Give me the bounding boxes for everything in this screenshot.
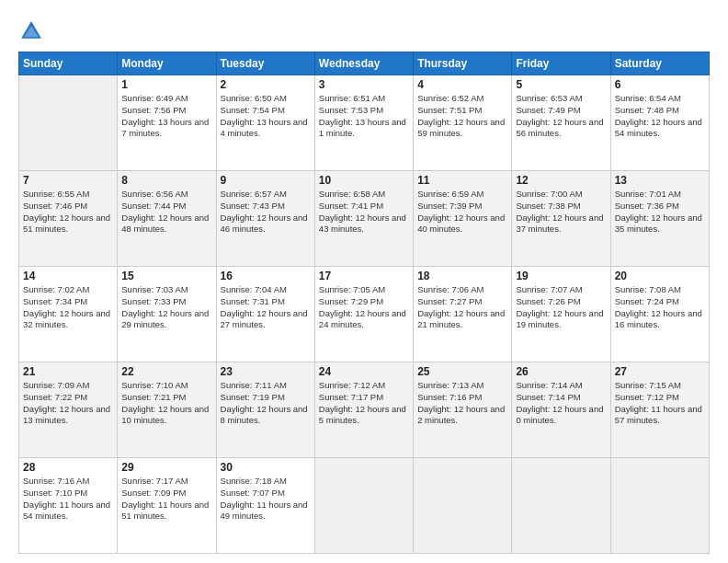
day-number: 10 — [319, 174, 409, 187]
day-info: Sunrise: 6:49 AMSunset: 7:56 PMDaylight:… — [121, 93, 211, 140]
day-number: 16 — [221, 270, 311, 282]
day-number: 5 — [516, 78, 606, 91]
day-number: 6 — [615, 78, 705, 91]
calendar-cell — [512, 458, 610, 554]
calendar-cell — [610, 458, 709, 554]
calendar-cell: 9Sunrise: 6:57 AMSunset: 7:43 PMDaylight… — [216, 171, 314, 267]
calendar-cell: 11Sunrise: 6:59 AMSunset: 7:39 PMDayligh… — [414, 171, 512, 267]
day-number: 8 — [121, 174, 211, 187]
calendar-cell — [19, 75, 118, 171]
day-info: Sunrise: 7:08 AMSunset: 7:24 PMDaylight:… — [615, 284, 705, 331]
calendar-cell: 13Sunrise: 7:01 AMSunset: 7:36 PMDayligh… — [610, 171, 709, 267]
day-number: 30 — [221, 461, 311, 474]
day-number: 27 — [615, 365, 705, 378]
logo — [18, 17, 46, 44]
day-number: 4 — [417, 78, 507, 91]
calendar-cell: 20Sunrise: 7:08 AMSunset: 7:24 PMDayligh… — [610, 267, 709, 362]
day-number: 7 — [23, 174, 113, 187]
calendar-cell: 18Sunrise: 7:06 AMSunset: 7:27 PMDayligh… — [414, 267, 512, 362]
calendar-cell: 29Sunrise: 7:17 AMSunset: 7:09 PMDayligh… — [118, 458, 216, 554]
calendar-cell: 10Sunrise: 6:58 AMSunset: 7:41 PMDayligh… — [314, 171, 413, 267]
calendar-cell: 3Sunrise: 6:51 AMSunset: 7:53 PMDaylight… — [314, 75, 413, 171]
day-info: Sunrise: 7:10 AMSunset: 7:21 PMDaylight:… — [121, 380, 211, 427]
day-info: Sunrise: 6:56 AMSunset: 7:44 PMDaylight:… — [121, 189, 211, 236]
day-info: Sunrise: 7:04 AMSunset: 7:31 PMDaylight:… — [221, 284, 311, 331]
day-number: 18 — [417, 270, 507, 282]
logo-icon — [18, 18, 44, 44]
day-info: Sunrise: 7:18 AMSunset: 7:07 PMDaylight:… — [221, 476, 311, 523]
day-info: Sunrise: 7:15 AMSunset: 7:12 PMDaylight:… — [615, 380, 705, 427]
calendar-week-row: 21Sunrise: 7:09 AMSunset: 7:22 PMDayligh… — [19, 362, 710, 458]
calendar-cell: 4Sunrise: 6:52 AMSunset: 7:51 PMDaylight… — [414, 75, 512, 171]
day-info: Sunrise: 6:53 AMSunset: 7:49 PMDaylight:… — [516, 93, 606, 140]
day-number: 12 — [516, 174, 606, 187]
day-number: 13 — [615, 174, 705, 187]
day-number: 15 — [121, 270, 211, 282]
day-info: Sunrise: 7:16 AMSunset: 7:10 PMDaylight:… — [23, 476, 113, 523]
day-info: Sunrise: 7:01 AMSunset: 7:36 PMDaylight:… — [615, 189, 705, 236]
calendar-week-row: 14Sunrise: 7:02 AMSunset: 7:34 PMDayligh… — [19, 267, 710, 362]
day-info: Sunrise: 7:13 AMSunset: 7:16 PMDaylight:… — [417, 380, 507, 427]
calendar-cell: 24Sunrise: 7:12 AMSunset: 7:17 PMDayligh… — [314, 362, 413, 458]
day-number: 25 — [417, 365, 507, 378]
calendar-cell: 2Sunrise: 6:50 AMSunset: 7:54 PMDaylight… — [216, 75, 314, 171]
day-number: 29 — [121, 461, 211, 474]
day-info: Sunrise: 7:02 AMSunset: 7:34 PMDaylight:… — [23, 284, 113, 331]
day-info: Sunrise: 7:07 AMSunset: 7:26 PMDaylight:… — [516, 284, 606, 331]
calendar-cell: 14Sunrise: 7:02 AMSunset: 7:34 PMDayligh… — [19, 267, 118, 362]
day-info: Sunrise: 7:12 AMSunset: 7:17 PMDaylight:… — [319, 380, 409, 427]
calendar-cell: 23Sunrise: 7:11 AMSunset: 7:19 PMDayligh… — [216, 362, 314, 458]
calendar-cell: 15Sunrise: 7:03 AMSunset: 7:33 PMDayligh… — [118, 267, 216, 362]
day-number: 17 — [319, 270, 409, 282]
calendar-dow-friday: Friday — [512, 52, 610, 75]
day-number: 24 — [319, 365, 409, 378]
day-info: Sunrise: 6:54 AMSunset: 7:48 PMDaylight:… — [615, 93, 705, 140]
calendar-cell — [314, 458, 413, 554]
day-info: Sunrise: 7:00 AMSunset: 7:38 PMDaylight:… — [516, 189, 606, 236]
calendar-cell: 28Sunrise: 7:16 AMSunset: 7:10 PMDayligh… — [19, 458, 118, 554]
calendar-cell: 27Sunrise: 7:15 AMSunset: 7:12 PMDayligh… — [610, 362, 709, 458]
calendar-cell: 12Sunrise: 7:00 AMSunset: 7:38 PMDayligh… — [512, 171, 610, 267]
calendar-dow-monday: Monday — [118, 52, 216, 75]
day-number: 20 — [615, 270, 705, 282]
calendar-dow-wednesday: Wednesday — [314, 52, 413, 75]
calendar-dow-thursday: Thursday — [414, 52, 512, 75]
day-info: Sunrise: 7:17 AMSunset: 7:09 PMDaylight:… — [121, 476, 211, 523]
calendar-cell: 7Sunrise: 6:55 AMSunset: 7:46 PMDaylight… — [19, 171, 118, 267]
day-info: Sunrise: 6:50 AMSunset: 7:54 PMDaylight:… — [221, 93, 311, 140]
calendar-cell: 21Sunrise: 7:09 AMSunset: 7:22 PMDayligh… — [19, 362, 118, 458]
day-number: 2 — [221, 78, 311, 91]
day-number: 19 — [516, 270, 606, 282]
calendar: SundayMondayTuesdayWednesdayThursdayFrid… — [18, 52, 710, 554]
day-info: Sunrise: 6:59 AMSunset: 7:39 PMDaylight:… — [417, 189, 507, 236]
calendar-dow-sunday: Sunday — [19, 52, 118, 75]
calendar-cell: 5Sunrise: 6:53 AMSunset: 7:49 PMDaylight… — [512, 75, 610, 171]
day-number: 23 — [221, 365, 311, 378]
day-info: Sunrise: 7:09 AMSunset: 7:22 PMDaylight:… — [23, 380, 113, 427]
calendar-week-row: 7Sunrise: 6:55 AMSunset: 7:46 PMDaylight… — [19, 171, 710, 267]
calendar-cell: 25Sunrise: 7:13 AMSunset: 7:16 PMDayligh… — [414, 362, 512, 458]
calendar-cell — [414, 458, 512, 554]
calendar-cell: 16Sunrise: 7:04 AMSunset: 7:31 PMDayligh… — [216, 267, 314, 362]
day-number: 14 — [23, 270, 113, 282]
day-info: Sunrise: 7:11 AMSunset: 7:19 PMDaylight:… — [221, 380, 311, 427]
day-info: Sunrise: 7:03 AMSunset: 7:33 PMDaylight:… — [121, 284, 211, 331]
header — [18, 17, 710, 44]
calendar-week-row: 1Sunrise: 6:49 AMSunset: 7:56 PMDaylight… — [19, 75, 710, 171]
calendar-cell: 26Sunrise: 7:14 AMSunset: 7:14 PMDayligh… — [512, 362, 610, 458]
calendar-cell: 6Sunrise: 6:54 AMSunset: 7:48 PMDaylight… — [610, 75, 709, 171]
page: SundayMondayTuesdayWednesdayThursdayFrid… — [0, 0, 728, 563]
calendar-week-row: 28Sunrise: 7:16 AMSunset: 7:10 PMDayligh… — [19, 458, 710, 554]
day-number: 21 — [23, 365, 113, 378]
calendar-cell: 22Sunrise: 7:10 AMSunset: 7:21 PMDayligh… — [118, 362, 216, 458]
day-info: Sunrise: 6:51 AMSunset: 7:53 PMDaylight:… — [319, 93, 409, 140]
day-info: Sunrise: 6:57 AMSunset: 7:43 PMDaylight:… — [221, 189, 311, 236]
calendar-cell: 1Sunrise: 6:49 AMSunset: 7:56 PMDaylight… — [118, 75, 216, 171]
day-info: Sunrise: 7:14 AMSunset: 7:14 PMDaylight:… — [516, 380, 606, 427]
day-number: 28 — [23, 461, 113, 474]
day-number: 1 — [121, 78, 211, 91]
day-number: 22 — [121, 365, 211, 378]
day-number: 3 — [319, 78, 409, 91]
calendar-cell: 30Sunrise: 7:18 AMSunset: 7:07 PMDayligh… — [216, 458, 314, 554]
day-info: Sunrise: 6:58 AMSunset: 7:41 PMDaylight:… — [319, 189, 409, 236]
